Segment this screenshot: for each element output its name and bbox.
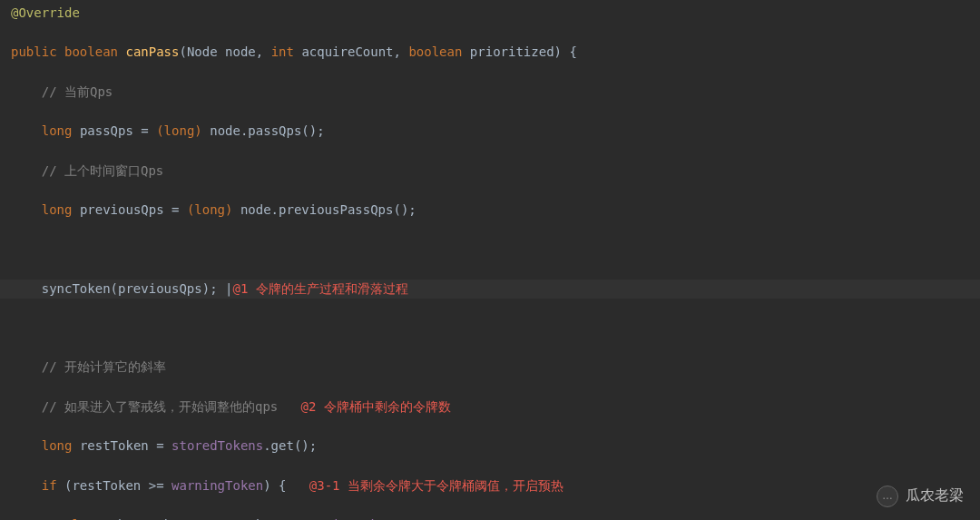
comment: // 上个时间窗口Qps	[42, 163, 164, 178]
annotation-override: @Override	[11, 5, 80, 20]
wechat-icon: …	[877, 486, 898, 507]
fn-canpass: canPass	[125, 44, 179, 59]
type-node: Node	[187, 44, 218, 59]
kw-int: int	[271, 44, 294, 59]
note-1: @1 令牌的生产过程和滑落过程	[232, 281, 407, 296]
comment: // 开始计算它的斜率	[42, 359, 166, 374]
watermark: … 瓜农老梁	[877, 485, 964, 507]
kw-boolean: boolean	[64, 44, 118, 59]
watermark-text: 瓜农老梁	[906, 485, 964, 507]
comment: // 如果进入了警戒线，开始调整他的qps	[42, 399, 279, 414]
code-block: @Override public boolean canPass(Node no…	[0, 0, 980, 520]
field-warningtoken: warningToken	[172, 478, 263, 493]
note-2: @2 令牌桶中剩余的令牌数	[301, 399, 451, 414]
field-storedtokens: storedTokens	[172, 438, 263, 453]
note-3-1: @3-1 当剩余令牌大于令牌桶阈值，开启预热	[309, 478, 564, 493]
kw-public: public	[11, 44, 57, 59]
comment: // 当前Qps	[42, 84, 113, 99]
